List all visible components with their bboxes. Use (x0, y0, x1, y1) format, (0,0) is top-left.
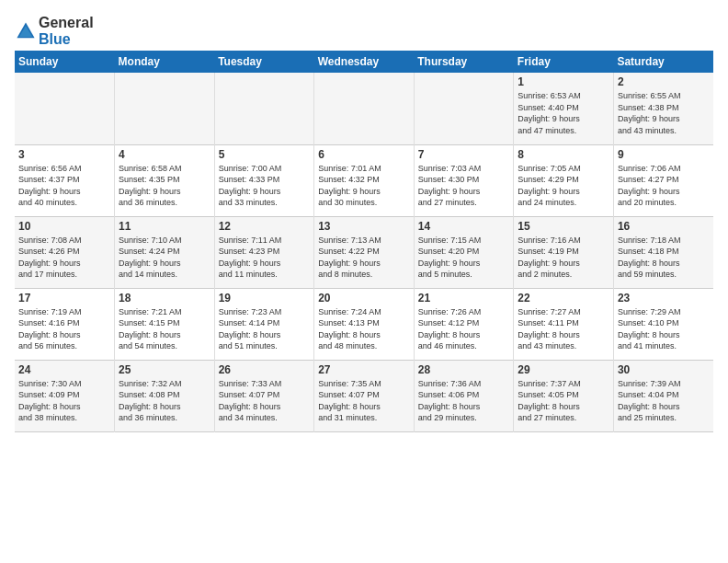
calendar-cell: 5Sunrise: 7:00 AM Sunset: 4:33 PM Daylig… (214, 144, 314, 216)
day-info: Sunrise: 7:32 AM Sunset: 4:08 PM Dayligh… (119, 378, 210, 424)
calendar-cell: 30Sunrise: 7:39 AM Sunset: 4:04 PM Dayli… (613, 360, 713, 431)
calendar-cell: 15Sunrise: 7:16 AM Sunset: 4:19 PM Dayli… (514, 216, 614, 288)
calendar-cell (414, 73, 514, 144)
day-number: 1 (518, 75, 609, 88)
day-number: 12 (219, 220, 311, 233)
weekday-header: Sunday (15, 51, 115, 73)
day-number: 16 (618, 220, 710, 233)
calendar-cell: 29Sunrise: 7:37 AM Sunset: 4:05 PM Dayli… (514, 360, 614, 431)
day-number: 7 (418, 148, 510, 161)
weekday-header: Wednesday (314, 51, 415, 73)
calendar-cell: 16Sunrise: 7:18 AM Sunset: 4:18 PM Dayli… (613, 216, 713, 288)
calendar-cell: 12Sunrise: 7:11 AM Sunset: 4:23 PM Dayli… (214, 216, 314, 288)
calendar-cell: 22Sunrise: 7:27 AM Sunset: 4:11 PM Dayli… (514, 288, 614, 360)
day-info: Sunrise: 7:13 AM Sunset: 4:22 PM Dayligh… (318, 235, 410, 281)
day-number: 30 (618, 363, 710, 376)
calendar-week-row: 24Sunrise: 7:30 AM Sunset: 4:09 PM Dayli… (15, 360, 713, 431)
calendar-cell: 2Sunrise: 6:55 AM Sunset: 4:38 PM Daylig… (613, 73, 713, 144)
day-info: Sunrise: 7:00 AM Sunset: 4:33 PM Dayligh… (219, 163, 311, 209)
day-number: 4 (119, 148, 210, 161)
weekday-header: Saturday (613, 51, 713, 73)
day-info: Sunrise: 6:58 AM Sunset: 4:35 PM Dayligh… (119, 163, 210, 209)
calendar-cell: 25Sunrise: 7:32 AM Sunset: 4:08 PM Dayli… (115, 360, 215, 431)
calendar-cell: 1Sunrise: 6:53 AM Sunset: 4:40 PM Daylig… (514, 73, 614, 144)
day-info: Sunrise: 7:16 AM Sunset: 4:19 PM Dayligh… (518, 235, 609, 281)
day-info: Sunrise: 7:19 AM Sunset: 4:16 PM Dayligh… (18, 306, 110, 352)
day-info: Sunrise: 7:11 AM Sunset: 4:23 PM Dayligh… (219, 235, 311, 281)
calendar-cell: 17Sunrise: 7:19 AM Sunset: 4:16 PM Dayli… (15, 288, 115, 360)
day-info: Sunrise: 7:29 AM Sunset: 4:10 PM Dayligh… (618, 306, 710, 352)
calendar-cell: 11Sunrise: 7:10 AM Sunset: 4:24 PM Dayli… (115, 216, 215, 288)
weekday-header: Thursday (414, 51, 514, 73)
day-info: Sunrise: 6:55 AM Sunset: 4:38 PM Dayligh… (618, 90, 710, 136)
calendar-week-row: 1Sunrise: 6:53 AM Sunset: 4:40 PM Daylig… (15, 73, 713, 144)
calendar-cell: 24Sunrise: 7:30 AM Sunset: 4:09 PM Dayli… (15, 360, 115, 431)
calendar-cell: 20Sunrise: 7:24 AM Sunset: 4:13 PM Dayli… (314, 288, 415, 360)
day-number: 23 (618, 292, 710, 304)
calendar-cell: 14Sunrise: 7:15 AM Sunset: 4:20 PM Dayli… (414, 216, 514, 288)
calendar-cell: 27Sunrise: 7:35 AM Sunset: 4:07 PM Dayli… (314, 360, 415, 431)
day-number: 22 (518, 292, 609, 304)
calendar-cell: 23Sunrise: 7:29 AM Sunset: 4:10 PM Dayli… (613, 288, 713, 360)
day-info: Sunrise: 7:24 AM Sunset: 4:13 PM Dayligh… (318, 306, 410, 352)
day-info: Sunrise: 7:26 AM Sunset: 4:12 PM Dayligh… (418, 306, 510, 352)
calendar-week-row: 17Sunrise: 7:19 AM Sunset: 4:16 PM Dayli… (15, 288, 713, 360)
day-number: 25 (119, 363, 210, 376)
calendar-cell (214, 73, 314, 144)
day-info: Sunrise: 7:18 AM Sunset: 4:18 PM Dayligh… (618, 235, 710, 281)
day-number: 14 (418, 220, 510, 233)
weekday-header-row: SundayMondayTuesdayWednesdayThursdayFrid… (15, 51, 713, 73)
day-info: Sunrise: 7:10 AM Sunset: 4:24 PM Dayligh… (119, 235, 210, 281)
day-number: 20 (318, 292, 410, 304)
day-number: 21 (418, 292, 510, 304)
day-info: Sunrise: 7:08 AM Sunset: 4:26 PM Dayligh… (18, 235, 110, 281)
calendar-cell: 10Sunrise: 7:08 AM Sunset: 4:26 PM Dayli… (15, 216, 115, 288)
day-info: Sunrise: 7:03 AM Sunset: 4:30 PM Dayligh… (418, 163, 510, 209)
day-number: 26 (219, 363, 311, 376)
calendar-cell: 19Sunrise: 7:23 AM Sunset: 4:14 PM Dayli… (214, 288, 314, 360)
logo-text: General Blue (39, 15, 94, 47)
logo: General Blue (15, 15, 94, 47)
calendar-cell: 9Sunrise: 7:06 AM Sunset: 4:27 PM Daylig… (613, 144, 713, 216)
calendar-cell: 6Sunrise: 7:01 AM Sunset: 4:32 PM Daylig… (314, 144, 415, 216)
page-container: General Blue SundayMondayTuesdayWednesda… (0, 0, 728, 440)
weekday-header: Tuesday (214, 51, 314, 73)
day-info: Sunrise: 7:35 AM Sunset: 4:07 PM Dayligh… (318, 378, 410, 424)
day-number: 27 (318, 363, 410, 376)
day-number: 6 (318, 148, 410, 161)
calendar-cell: 28Sunrise: 7:36 AM Sunset: 4:06 PM Dayli… (414, 360, 514, 431)
calendar-cell: 7Sunrise: 7:03 AM Sunset: 4:30 PM Daylig… (414, 144, 514, 216)
day-number: 29 (518, 363, 609, 376)
calendar-cell (15, 73, 115, 144)
day-info: Sunrise: 7:27 AM Sunset: 4:11 PM Dayligh… (518, 306, 609, 352)
day-number: 18 (119, 292, 210, 304)
day-info: Sunrise: 7:36 AM Sunset: 4:06 PM Dayligh… (418, 378, 510, 424)
calendar-cell: 4Sunrise: 6:58 AM Sunset: 4:35 PM Daylig… (115, 144, 215, 216)
day-info: Sunrise: 7:30 AM Sunset: 4:09 PM Dayligh… (18, 378, 110, 424)
day-info: Sunrise: 7:01 AM Sunset: 4:32 PM Dayligh… (318, 163, 410, 209)
day-number: 28 (418, 363, 510, 376)
day-number: 19 (219, 292, 311, 304)
calendar-cell: 21Sunrise: 7:26 AM Sunset: 4:12 PM Dayli… (414, 288, 514, 360)
day-number: 8 (518, 148, 609, 161)
day-info: Sunrise: 7:23 AM Sunset: 4:14 PM Dayligh… (219, 306, 311, 352)
calendar-cell (314, 73, 415, 144)
day-info: Sunrise: 7:05 AM Sunset: 4:29 PM Dayligh… (518, 163, 609, 209)
calendar-cell: 8Sunrise: 7:05 AM Sunset: 4:29 PM Daylig… (514, 144, 614, 216)
calendar-cell: 18Sunrise: 7:21 AM Sunset: 4:15 PM Dayli… (115, 288, 215, 360)
day-info: Sunrise: 7:39 AM Sunset: 4:04 PM Dayligh… (618, 378, 710, 424)
day-info: Sunrise: 7:33 AM Sunset: 4:07 PM Dayligh… (219, 378, 311, 424)
day-number: 5 (219, 148, 311, 161)
day-number: 15 (518, 220, 609, 233)
logo-icon (15, 20, 37, 42)
calendar-cell: 13Sunrise: 7:13 AM Sunset: 4:22 PM Dayli… (314, 216, 415, 288)
day-number: 10 (18, 220, 110, 233)
weekday-header: Monday (115, 51, 215, 73)
day-info: Sunrise: 7:15 AM Sunset: 4:20 PM Dayligh… (418, 235, 510, 281)
calendar-cell: 3Sunrise: 6:56 AM Sunset: 4:37 PM Daylig… (15, 144, 115, 216)
weekday-header: Friday (514, 51, 614, 73)
day-info: Sunrise: 7:37 AM Sunset: 4:05 PM Dayligh… (518, 378, 609, 424)
day-number: 17 (18, 292, 110, 304)
day-number: 13 (318, 220, 410, 233)
header: General Blue (15, 11, 713, 47)
